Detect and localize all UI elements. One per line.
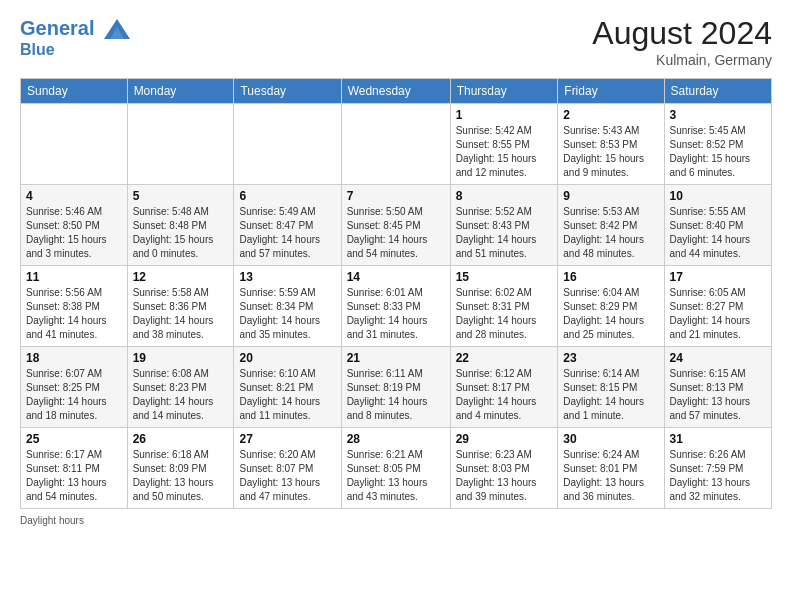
day-number: 29 — [456, 432, 553, 446]
day-number: 16 — [563, 270, 658, 284]
calendar-cell: 1Sunrise: 5:42 AM Sunset: 8:55 PM Daylig… — [450, 104, 558, 185]
day-number: 12 — [133, 270, 229, 284]
calendar-cell: 6Sunrise: 5:49 AM Sunset: 8:47 PM Daylig… — [234, 185, 341, 266]
day-info: Sunrise: 6:01 AM Sunset: 8:33 PM Dayligh… — [347, 286, 445, 342]
calendar-cell: 30Sunrise: 6:24 AM Sunset: 8:01 PM Dayli… — [558, 428, 664, 509]
calendar-cell: 22Sunrise: 6:12 AM Sunset: 8:17 PM Dayli… — [450, 347, 558, 428]
day-number: 5 — [133, 189, 229, 203]
calendar-cell: 18Sunrise: 6:07 AM Sunset: 8:25 PM Dayli… — [21, 347, 128, 428]
calendar-cell: 19Sunrise: 6:08 AM Sunset: 8:23 PM Dayli… — [127, 347, 234, 428]
calendar-weekday-monday: Monday — [127, 79, 234, 104]
day-number: 6 — [239, 189, 335, 203]
day-info: Sunrise: 6:14 AM Sunset: 8:15 PM Dayligh… — [563, 367, 658, 423]
day-info: Sunrise: 5:45 AM Sunset: 8:52 PM Dayligh… — [670, 124, 766, 180]
calendar-weekday-friday: Friday — [558, 79, 664, 104]
footer-label: Daylight hours — [20, 515, 84, 526]
day-number: 14 — [347, 270, 445, 284]
day-number: 3 — [670, 108, 766, 122]
day-number: 19 — [133, 351, 229, 365]
calendar-weekday-sunday: Sunday — [21, 79, 128, 104]
day-info: Sunrise: 6:04 AM Sunset: 8:29 PM Dayligh… — [563, 286, 658, 342]
day-number: 18 — [26, 351, 122, 365]
calendar-cell: 2Sunrise: 5:43 AM Sunset: 8:53 PM Daylig… — [558, 104, 664, 185]
day-info: Sunrise: 5:52 AM Sunset: 8:43 PM Dayligh… — [456, 205, 553, 261]
calendar-cell: 24Sunrise: 6:15 AM Sunset: 8:13 PM Dayli… — [664, 347, 771, 428]
calendar-weekday-wednesday: Wednesday — [341, 79, 450, 104]
day-info: Sunrise: 6:12 AM Sunset: 8:17 PM Dayligh… — [456, 367, 553, 423]
calendar-weekday-thursday: Thursday — [450, 79, 558, 104]
calendar-week-row: 11Sunrise: 5:56 AM Sunset: 8:38 PM Dayli… — [21, 266, 772, 347]
day-info: Sunrise: 6:21 AM Sunset: 8:05 PM Dayligh… — [347, 448, 445, 504]
day-number: 22 — [456, 351, 553, 365]
day-number: 10 — [670, 189, 766, 203]
calendar-cell: 27Sunrise: 6:20 AM Sunset: 8:07 PM Dayli… — [234, 428, 341, 509]
day-number: 25 — [26, 432, 122, 446]
calendar-cell: 3Sunrise: 5:45 AM Sunset: 8:52 PM Daylig… — [664, 104, 771, 185]
calendar-cell: 26Sunrise: 6:18 AM Sunset: 8:09 PM Dayli… — [127, 428, 234, 509]
day-number: 21 — [347, 351, 445, 365]
day-info: Sunrise: 6:26 AM Sunset: 7:59 PM Dayligh… — [670, 448, 766, 504]
month-year: August 2024 — [592, 15, 772, 52]
title-block: August 2024 Kulmain, Germany — [592, 15, 772, 68]
day-number: 15 — [456, 270, 553, 284]
day-number: 11 — [26, 270, 122, 284]
header: General Blue August 2024 Kulmain, German… — [20, 15, 772, 68]
day-info: Sunrise: 6:07 AM Sunset: 8:25 PM Dayligh… — [26, 367, 122, 423]
day-info: Sunrise: 5:55 AM Sunset: 8:40 PM Dayligh… — [670, 205, 766, 261]
day-number: 26 — [133, 432, 229, 446]
calendar-weekday-tuesday: Tuesday — [234, 79, 341, 104]
calendar-cell: 11Sunrise: 5:56 AM Sunset: 8:38 PM Dayli… — [21, 266, 128, 347]
day-info: Sunrise: 6:23 AM Sunset: 8:03 PM Dayligh… — [456, 448, 553, 504]
day-info: Sunrise: 6:15 AM Sunset: 8:13 PM Dayligh… — [670, 367, 766, 423]
calendar-cell: 28Sunrise: 6:21 AM Sunset: 8:05 PM Dayli… — [341, 428, 450, 509]
day-info: Sunrise: 5:56 AM Sunset: 8:38 PM Dayligh… — [26, 286, 122, 342]
day-number: 20 — [239, 351, 335, 365]
calendar-week-row: 18Sunrise: 6:07 AM Sunset: 8:25 PM Dayli… — [21, 347, 772, 428]
day-number: 17 — [670, 270, 766, 284]
calendar-cell: 23Sunrise: 6:14 AM Sunset: 8:15 PM Dayli… — [558, 347, 664, 428]
calendar-cell: 10Sunrise: 5:55 AM Sunset: 8:40 PM Dayli… — [664, 185, 771, 266]
logo: General Blue — [20, 15, 132, 59]
day-number: 27 — [239, 432, 335, 446]
calendar-cell: 16Sunrise: 6:04 AM Sunset: 8:29 PM Dayli… — [558, 266, 664, 347]
calendar-cell: 4Sunrise: 5:46 AM Sunset: 8:50 PM Daylig… — [21, 185, 128, 266]
calendar-cell: 14Sunrise: 6:01 AM Sunset: 8:33 PM Dayli… — [341, 266, 450, 347]
day-info: Sunrise: 6:24 AM Sunset: 8:01 PM Dayligh… — [563, 448, 658, 504]
calendar-header-row: SundayMondayTuesdayWednesdayThursdayFrid… — [21, 79, 772, 104]
day-info: Sunrise: 5:49 AM Sunset: 8:47 PM Dayligh… — [239, 205, 335, 261]
day-info: Sunrise: 5:59 AM Sunset: 8:34 PM Dayligh… — [239, 286, 335, 342]
calendar-cell: 29Sunrise: 6:23 AM Sunset: 8:03 PM Dayli… — [450, 428, 558, 509]
calendar-cell: 25Sunrise: 6:17 AM Sunset: 8:11 PM Dayli… — [21, 428, 128, 509]
day-number: 31 — [670, 432, 766, 446]
day-number: 8 — [456, 189, 553, 203]
calendar-cell: 21Sunrise: 6:11 AM Sunset: 8:19 PM Dayli… — [341, 347, 450, 428]
day-info: Sunrise: 6:08 AM Sunset: 8:23 PM Dayligh… — [133, 367, 229, 423]
calendar-cell: 8Sunrise: 5:52 AM Sunset: 8:43 PM Daylig… — [450, 185, 558, 266]
calendar-cell: 7Sunrise: 5:50 AM Sunset: 8:45 PM Daylig… — [341, 185, 450, 266]
day-info: Sunrise: 6:17 AM Sunset: 8:11 PM Dayligh… — [26, 448, 122, 504]
day-number: 24 — [670, 351, 766, 365]
day-info: Sunrise: 6:18 AM Sunset: 8:09 PM Dayligh… — [133, 448, 229, 504]
day-info: Sunrise: 5:50 AM Sunset: 8:45 PM Dayligh… — [347, 205, 445, 261]
day-info: Sunrise: 5:53 AM Sunset: 8:42 PM Dayligh… — [563, 205, 658, 261]
day-number: 1 — [456, 108, 553, 122]
day-info: Sunrise: 6:11 AM Sunset: 8:19 PM Dayligh… — [347, 367, 445, 423]
day-number: 13 — [239, 270, 335, 284]
day-number: 28 — [347, 432, 445, 446]
calendar-cell: 17Sunrise: 6:05 AM Sunset: 8:27 PM Dayli… — [664, 266, 771, 347]
calendar-cell: 9Sunrise: 5:53 AM Sunset: 8:42 PM Daylig… — [558, 185, 664, 266]
location: Kulmain, Germany — [592, 52, 772, 68]
day-info: Sunrise: 5:42 AM Sunset: 8:55 PM Dayligh… — [456, 124, 553, 180]
day-info: Sunrise: 5:48 AM Sunset: 8:48 PM Dayligh… — [133, 205, 229, 261]
day-info: Sunrise: 6:05 AM Sunset: 8:27 PM Dayligh… — [670, 286, 766, 342]
footer: Daylight hours — [20, 515, 772, 526]
calendar-week-row: 4Sunrise: 5:46 AM Sunset: 8:50 PM Daylig… — [21, 185, 772, 266]
day-info: Sunrise: 5:58 AM Sunset: 8:36 PM Dayligh… — [133, 286, 229, 342]
day-number: 23 — [563, 351, 658, 365]
day-number: 9 — [563, 189, 658, 203]
day-info: Sunrise: 6:20 AM Sunset: 8:07 PM Dayligh… — [239, 448, 335, 504]
day-number: 30 — [563, 432, 658, 446]
page: General Blue August 2024 Kulmain, German… — [0, 0, 792, 536]
calendar-week-row: 25Sunrise: 6:17 AM Sunset: 8:11 PM Dayli… — [21, 428, 772, 509]
calendar-cell: 20Sunrise: 6:10 AM Sunset: 8:21 PM Dayli… — [234, 347, 341, 428]
